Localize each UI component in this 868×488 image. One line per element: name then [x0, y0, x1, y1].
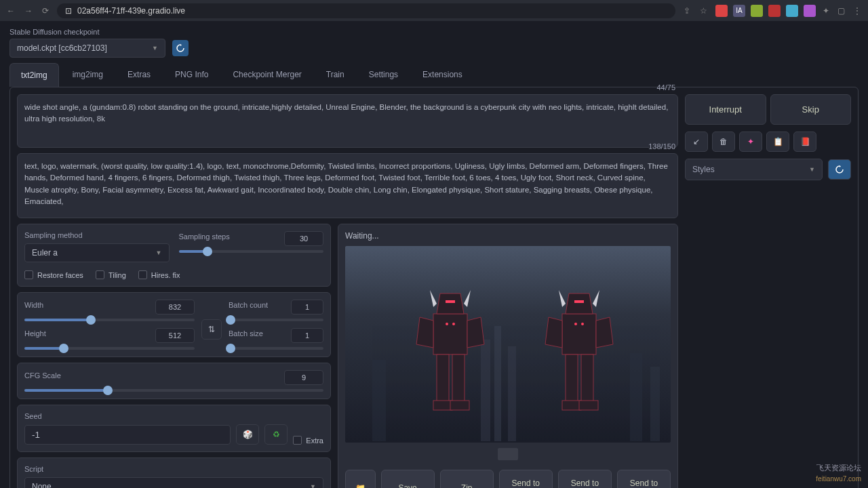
batch-size-label: Batch size — [229, 329, 263, 338]
zip-button[interactable]: Zip — [440, 470, 494, 488]
trash-icon[interactable]: 🗑 — [712, 131, 735, 152]
tab-img2img[interactable]: img2img — [62, 63, 114, 87]
swap-dimensions-button[interactable]: ⇅ — [201, 319, 222, 340]
url-bar[interactable]: ⊡ 02a56ff4-71ff-439e.gradio.live — [57, 3, 675, 18]
main-tabs: txt2img img2img Extras PNG Info Checkpoi… — [9, 63, 859, 87]
script-select[interactable]: None ▼ — [24, 477, 323, 488]
interrupt-button[interactable]: Interrupt — [685, 94, 766, 125]
sampling-steps-slider[interactable] — [179, 250, 324, 253]
reload-icon[interactable]: ⟳ — [41, 5, 50, 17]
svg-rect-8 — [446, 300, 455, 303]
style-create-icon[interactable]: ✦ — [739, 131, 762, 152]
cfg-input[interactable] — [284, 370, 323, 385]
ext-icon[interactable] — [804, 5, 816, 17]
tab-checkpoint-merger[interactable]: Checkpoint Merger — [222, 63, 312, 87]
svg-rect-12 — [452, 354, 465, 402]
open-folder-button[interactable]: 📁 — [345, 470, 376, 488]
cfg-slider[interactable] — [24, 389, 323, 392]
share-icon[interactable]: ⇪ — [682, 5, 692, 17]
batch-size-slider[interactable] — [229, 347, 323, 350]
url-text: 02a56ff4-71ff-439e.gradio.live — [77, 6, 185, 16]
seed-reuse-button[interactable]: ♻ — [264, 424, 288, 445]
tab-extras[interactable]: Extras — [117, 63, 161, 87]
svg-marker-29 — [593, 290, 599, 307]
tab-txt2img[interactable]: txt2img — [9, 63, 59, 87]
send-extras-button[interactable]: Send to extras — [617, 470, 671, 488]
svg-point-31 — [581, 323, 584, 325]
clipboard-icon[interactable]: 📋 — [766, 131, 789, 152]
batch-count-input[interactable] — [291, 300, 323, 314]
styles-select[interactable]: Styles ▼ — [685, 159, 823, 180]
tab-extensions[interactable]: Extensions — [412, 63, 473, 87]
star-icon[interactable]: ☆ — [698, 5, 709, 17]
thumbnail[interactable] — [498, 448, 518, 460]
tab-pnginfo[interactable]: PNG Info — [164, 63, 219, 87]
seed-input[interactable] — [24, 425, 231, 445]
tiling-checkbox[interactable]: Tiling — [96, 270, 126, 279]
checkpoint-label: Stable Diffusion checkpoint — [9, 28, 100, 36]
prompt-input[interactable]: wide shot angle, a (gundam:0.8) robot st… — [17, 94, 678, 148]
prompt-textarea[interactable]: wide shot angle, a (gundam:0.8) robot st… — [24, 102, 671, 137]
restore-icon[interactable]: ▢ — [836, 5, 846, 17]
sampling-method-select[interactable]: Euler a ▼ — [24, 243, 170, 262]
svg-marker-28 — [559, 290, 566, 307]
chevron-down-icon: ▼ — [310, 483, 316, 488]
chevron-down-icon: ▼ — [809, 166, 815, 173]
svg-rect-6 — [433, 314, 467, 354]
skip-button[interactable]: Skip — [770, 94, 852, 125]
send-img2img-button[interactable]: Send to img2img — [499, 470, 553, 488]
height-slider[interactable] — [24, 347, 195, 350]
ext-icon[interactable] — [715, 5, 728, 17]
save-button[interactable]: Save — [381, 470, 435, 488]
refresh-styles-button[interactable] — [828, 159, 851, 180]
svg-rect-24 — [566, 354, 578, 402]
ext-icon[interactable] — [751, 5, 763, 17]
svg-rect-19 — [562, 314, 596, 354]
checkpoint-select[interactable]: model.ckpt [cc6cb27103] ▼ — [9, 39, 165, 58]
checkpoint-value: model.ckpt [cc6cb27103] — [17, 43, 107, 53]
refresh-checkpoint-button[interactable] — [172, 40, 189, 56]
svg-rect-5 — [650, 367, 660, 441]
generated-image[interactable] — [345, 246, 671, 443]
tab-train[interactable]: Train — [315, 63, 355, 87]
width-slider[interactable] — [24, 319, 195, 321]
sampling-method-label: Sampling method — [24, 231, 170, 239]
chevron-down-icon: ▼ — [156, 249, 162, 256]
watermark-url: feitianwu7.com — [816, 475, 861, 483]
ext-icon[interactable]: IA — [733, 5, 745, 17]
chevron-down-icon: ▼ — [152, 45, 158, 52]
menu-icon[interactable]: ⋮ — [852, 5, 863, 17]
ext-icon[interactable] — [768, 5, 781, 17]
ext-icon[interactable] — [786, 5, 798, 17]
back-icon[interactable]: ← — [5, 5, 16, 17]
restore-faces-checkbox[interactable]: Restore faces — [24, 270, 83, 279]
seed-label: Seed — [24, 412, 323, 420]
svg-point-30 — [574, 323, 577, 325]
neg-prompt-textarea[interactable]: text, logo, watermark, (worst quality, l… — [24, 161, 671, 207]
arrow-icon[interactable]: ↙ — [685, 131, 708, 152]
seed-extra-checkbox[interactable]: Extra — [293, 436, 323, 445]
preview-status: Waiting... — [345, 231, 671, 241]
style-apply-icon[interactable]: 📕 — [793, 131, 816, 152]
neg-prompt-input[interactable]: text, logo, watermark, (worst quality, l… — [17, 153, 678, 218]
svg-marker-20 — [566, 293, 593, 314]
batch-size-input[interactable] — [291, 328, 323, 343]
svg-rect-13 — [433, 401, 452, 410]
height-input[interactable] — [155, 328, 195, 343]
tab-settings[interactable]: Settings — [358, 63, 409, 87]
thumbnail-row — [345, 443, 671, 466]
puzzle-icon[interactable]: ✦ — [821, 5, 831, 17]
batch-count-slider[interactable] — [229, 319, 323, 321]
sampling-method-value: Euler a — [32, 248, 58, 258]
sampling-steps-input[interactable] — [284, 231, 323, 246]
send-inpaint-button[interactable]: Send to inpaint — [558, 470, 612, 488]
svg-point-17 — [446, 323, 448, 325]
svg-point-18 — [452, 323, 455, 325]
forward-icon[interactable]: → — [23, 5, 34, 17]
svg-marker-22 — [545, 317, 562, 348]
hires-fix-checkbox[interactable]: Hires. fix — [138, 270, 180, 279]
styles-label: Styles — [692, 165, 715, 174]
seed-random-button[interactable]: 🎲 — [236, 424, 259, 445]
width-input[interactable] — [155, 300, 195, 314]
preview-panel: Waiting... ✕ — [338, 224, 678, 488]
